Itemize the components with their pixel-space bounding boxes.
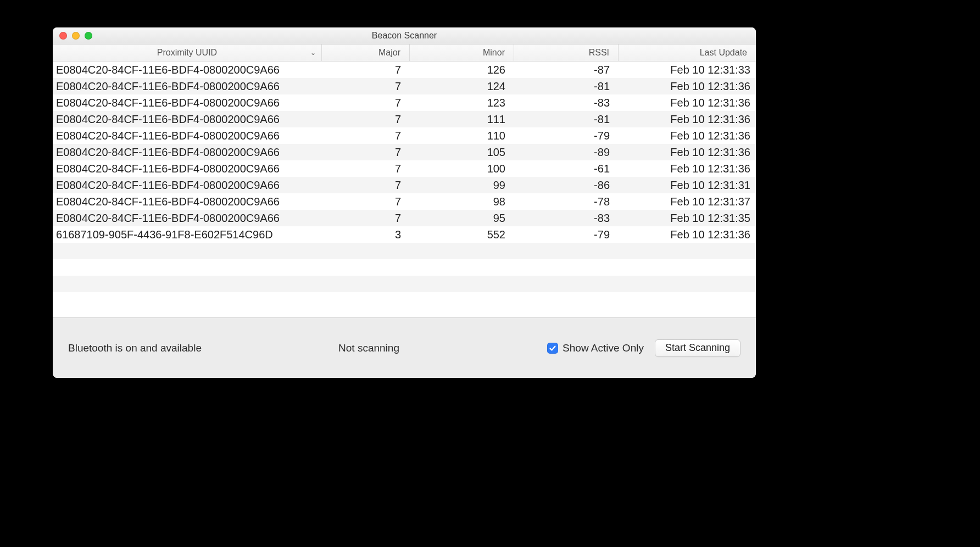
cell-minor: 123 — [410, 97, 514, 109]
cell-last-update: Feb 10 12:31:36 — [619, 146, 756, 159]
column-header-label: RSSI — [589, 48, 609, 58]
cell-uuid: E0804C20-84CF-11E6-BDF4-0800200C9A66 — [53, 163, 322, 175]
cell-last-update: Feb 10 12:31:36 — [619, 80, 756, 93]
column-header-last-update[interactable]: Last Update — [619, 44, 756, 61]
footer-bar: Bluetooth is on and available Not scanni… — [53, 317, 756, 378]
table-body[interactable]: E0804C20-84CF-11E6-BDF4-0800200C9A667126… — [53, 62, 756, 317]
table-row[interactable]: E0804C20-84CF-11E6-BDF4-0800200C9A667100… — [53, 160, 756, 177]
table-row[interactable]: E0804C20-84CF-11E6-BDF4-0800200C9A66795-… — [53, 210, 756, 226]
table-row — [53, 259, 756, 276]
table-row[interactable]: E0804C20-84CF-11E6-BDF4-0800200C9A667110… — [53, 127, 756, 144]
cell-uuid: E0804C20-84CF-11E6-BDF4-0800200C9A66 — [53, 97, 322, 109]
cell-rssi: -81 — [514, 80, 619, 93]
cell-rssi: -79 — [514, 130, 619, 142]
cell-major: 7 — [322, 64, 410, 76]
cell-minor: 552 — [410, 228, 514, 241]
column-header-label: Last Update — [700, 48, 747, 58]
column-header-minor[interactable]: Minor — [410, 44, 514, 61]
cell-last-update: Feb 10 12:31:33 — [619, 64, 756, 76]
cell-rssi: -86 — [514, 179, 619, 192]
zoom-button[interactable] — [85, 32, 92, 40]
cell-rssi: -83 — [514, 212, 619, 225]
column-header-label: Minor — [483, 48, 505, 58]
table-row[interactable]: E0804C20-84CF-11E6-BDF4-0800200C9A667124… — [53, 78, 756, 94]
column-header-major[interactable]: Major — [322, 44, 410, 61]
table-row[interactable]: E0804C20-84CF-11E6-BDF4-0800200C9A667123… — [53, 94, 756, 111]
table-row[interactable]: E0804C20-84CF-11E6-BDF4-0800200C9A66799-… — [53, 177, 756, 193]
cell-uuid: E0804C20-84CF-11E6-BDF4-0800200C9A66 — [53, 64, 322, 76]
cell-major: 7 — [322, 196, 410, 208]
cell-uuid: E0804C20-84CF-11E6-BDF4-0800200C9A66 — [53, 113, 322, 126]
cell-minor: 110 — [410, 130, 514, 142]
cell-major: 7 — [322, 80, 410, 93]
checkbox-box[interactable] — [547, 343, 558, 354]
cell-last-update: Feb 10 12:31:36 — [619, 163, 756, 175]
cell-minor: 111 — [410, 113, 514, 126]
cell-rssi: -83 — [514, 97, 619, 109]
table-row — [53, 243, 756, 259]
column-header-rssi[interactable]: RSSI — [514, 44, 619, 61]
cell-rssi: -81 — [514, 113, 619, 126]
table-row[interactable]: E0804C20-84CF-11E6-BDF4-0800200C9A667126… — [53, 62, 756, 78]
bluetooth-status: Bluetooth is on and available — [68, 342, 327, 354]
show-active-only-checkbox[interactable]: Show Active Only — [547, 342, 644, 354]
cell-uuid: E0804C20-84CF-11E6-BDF4-0800200C9A66 — [53, 212, 322, 225]
minimize-button[interactable] — [72, 32, 80, 40]
cell-last-update: Feb 10 12:31:37 — [619, 196, 756, 208]
table-row — [53, 276, 756, 292]
column-header-label: Major — [378, 48, 400, 58]
cell-last-update: Feb 10 12:31:36 — [619, 228, 756, 241]
cell-rssi: -87 — [514, 64, 619, 76]
table-row — [53, 292, 756, 309]
window-title: Beacon Scanner — [372, 31, 437, 41]
titlebar[interactable]: Beacon Scanner — [53, 27, 756, 44]
cell-major: 7 — [322, 130, 410, 142]
cell-minor: 98 — [410, 196, 514, 208]
scanning-status: Not scanning — [338, 342, 399, 354]
table-header: Proximity UUID ⌄ Major Minor RSSI Last U… — [53, 44, 756, 62]
app-window: Beacon Scanner Proximity UUID ⌄ Major Mi… — [53, 27, 756, 378]
cell-uuid: E0804C20-84CF-11E6-BDF4-0800200C9A66 — [53, 80, 322, 93]
cell-uuid: 61687109-905F-4436-91F8-E602F514C96D — [53, 228, 322, 241]
cell-last-update: Feb 10 12:31:36 — [619, 113, 756, 126]
cell-uuid: E0804C20-84CF-11E6-BDF4-0800200C9A66 — [53, 130, 322, 142]
cell-major: 7 — [322, 212, 410, 225]
cell-last-update: Feb 10 12:31:36 — [619, 130, 756, 142]
column-header-label: Proximity UUID — [157, 48, 217, 58]
cell-last-update: Feb 10 12:31:31 — [619, 179, 756, 192]
cell-uuid: E0804C20-84CF-11E6-BDF4-0800200C9A66 — [53, 179, 322, 192]
chevron-down-icon: ⌄ — [310, 49, 316, 57]
start-scanning-button[interactable]: Start Scanning — [655, 339, 740, 357]
close-button[interactable] — [59, 32, 67, 40]
cell-minor: 124 — [410, 80, 514, 93]
column-header-uuid[interactable]: Proximity UUID ⌄ — [53, 44, 322, 61]
cell-major: 7 — [322, 146, 410, 159]
cell-last-update: Feb 10 12:31:35 — [619, 212, 756, 225]
cell-minor: 100 — [410, 163, 514, 175]
cell-rssi: -89 — [514, 146, 619, 159]
cell-major: 7 — [322, 113, 410, 126]
cell-major: 7 — [322, 163, 410, 175]
check-icon — [549, 344, 556, 352]
button-label: Start Scanning — [665, 342, 730, 354]
cell-minor: 105 — [410, 146, 514, 159]
table-row[interactable]: 61687109-905F-4436-91F8-E602F514C96D3552… — [53, 226, 756, 243]
cell-rssi: -61 — [514, 163, 619, 175]
traffic-lights — [59, 32, 92, 40]
table-row[interactable]: E0804C20-84CF-11E6-BDF4-0800200C9A667105… — [53, 144, 756, 160]
cell-uuid: E0804C20-84CF-11E6-BDF4-0800200C9A66 — [53, 146, 322, 159]
cell-major: 7 — [322, 179, 410, 192]
cell-major: 3 — [322, 228, 410, 241]
cell-uuid: E0804C20-84CF-11E6-BDF4-0800200C9A66 — [53, 196, 322, 208]
table-row[interactable]: E0804C20-84CF-11E6-BDF4-0800200C9A667111… — [53, 111, 756, 127]
table-row[interactable]: E0804C20-84CF-11E6-BDF4-0800200C9A66798-… — [53, 193, 756, 210]
cell-last-update: Feb 10 12:31:36 — [619, 97, 756, 109]
checkbox-label: Show Active Only — [563, 342, 644, 354]
cell-major: 7 — [322, 97, 410, 109]
cell-rssi: -79 — [514, 228, 619, 241]
cell-minor: 99 — [410, 179, 514, 192]
cell-rssi: -78 — [514, 196, 619, 208]
cell-minor: 126 — [410, 64, 514, 76]
cell-minor: 95 — [410, 212, 514, 225]
